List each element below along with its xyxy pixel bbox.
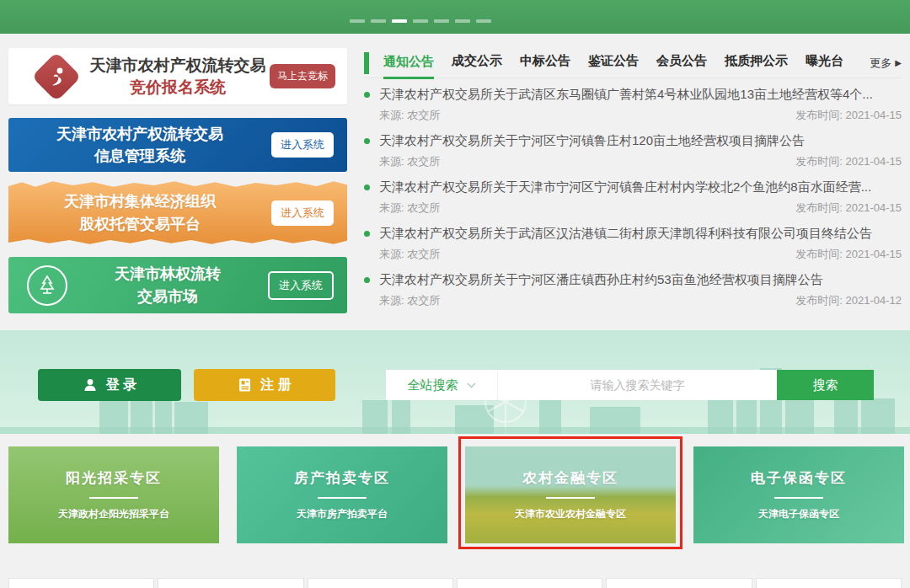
footer-cell[interactable] [308, 578, 453, 588]
search-category-label: 全站搜索 [408, 377, 458, 393]
news-time: 发布时间: 2021-04-15 [795, 108, 902, 123]
enter-equity-system-button[interactable]: 进入系统 [271, 200, 334, 226]
carousel-dot[interactable] [434, 19, 449, 23]
divider [774, 497, 823, 499]
news-link[interactable]: 天津农村产权交易所关于宁河区潘庄镇西孙庄村约53亩鱼池经营权项目摘牌公告 [364, 272, 902, 288]
info-system-title: 天津市农村产权流转交易 信息管理系统 [8, 123, 271, 167]
news-link[interactable]: 天津农村产权交易所关于天津市宁河区宁河镇鲁庄村村内学校北2个鱼池约8亩水面经营.… [364, 179, 902, 195]
news-item: 天津农村产权交易所关于武清区东马圈镇广善村第4号林业队园地13亩土地经营权等4个… [364, 87, 902, 133]
divider [318, 497, 367, 499]
carousel-dot[interactable] [371, 19, 386, 23]
login-label: 登 录 [106, 377, 136, 394]
news-time: 发布时间: 2021-04-15 [795, 247, 902, 262]
news-source: 来源: 农交所 [379, 293, 440, 308]
news-link[interactable]: 天津农村产权交易所关于武清区汉沽港镇二街村原天津凯得利科技有限公司项目终结公告 [364, 226, 902, 242]
news-time: 发布时间: 2021-04-15 [795, 200, 902, 216]
notice-tabbar: 通知公告 成交公示 中标公告 鉴证公告 会员公告 抵质押公示 曝光台 更多 ▶ [364, 48, 902, 78]
news-item: 天津农村产权交易所关于宁河区宁河镇鲁庄村120亩土地经营权项目摘牌公告 来源: … [364, 133, 902, 179]
top-carousel-bar [0, 0, 910, 34]
forest-title-line2: 交易市场 [67, 286, 268, 307]
tree-icon [27, 265, 67, 306]
search-button[interactable]: 搜索 [777, 370, 874, 400]
news-source: 来源: 农交所 [379, 200, 440, 216]
bullet-icon [364, 277, 370, 283]
news-list: 天津农村产权交易所关于武清区东马圈镇广善村第4号林业队园地13亩土地经营权等4个… [364, 87, 902, 318]
info-system-title-line1: 天津市农村产权流转交易 [8, 123, 271, 145]
forest-market-title: 天津市林权流转 交易市场 [67, 263, 268, 307]
tab-accent-bar [364, 52, 369, 74]
news-item: 天津农村产权交易所关于天津市宁河区宁河镇鲁庄村村内学校北2个鱼池约8亩水面经营.… [364, 179, 902, 226]
tab-mortgage-pledge[interactable]: 抵质押公示 [725, 48, 788, 78]
news-time: 发布时间: 2021-04-12 [795, 293, 902, 308]
more-arrow-icon: ▶ [895, 58, 902, 67]
zone-rural-finance[interactable]: 农村金融专区 天津市农业农村金融专区 [465, 446, 676, 543]
bullet-icon [364, 184, 370, 190]
bidding-card-text: 天津市农村产权流转交易 竞价报名系统 [86, 55, 270, 98]
footer-cell[interactable] [158, 578, 303, 588]
tab-notice-announcements[interactable]: 通知公告 [383, 49, 434, 79]
footer-cell[interactable] [756, 578, 902, 588]
login-button[interactable]: 登 录 [38, 369, 181, 401]
more-label: 更多 [870, 56, 891, 71]
divider [546, 497, 595, 499]
search-bar: 全站搜索 搜索 [386, 370, 874, 400]
news-item: 天津农村产权交易所关于宁河区潘庄镇西孙庄村约53亩鱼池经营权项目摘牌公告 来源:… [364, 272, 902, 318]
zone-real-estate-auction[interactable]: 房产拍卖专区 天津市房产拍卖平台 [237, 446, 447, 543]
equity-trusteeship-platform-card[interactable]: 天津市村集体经济组织 股权托管交易平台 进入系统 [8, 179, 347, 246]
enter-info-system-button[interactable]: 进入系统 [271, 132, 334, 158]
news-source: 来源: 农交所 [379, 154, 440, 169]
search-category-select[interactable]: 全站搜索 [386, 370, 497, 400]
search-input[interactable] [497, 370, 777, 400]
news-time: 发布时间: 2021-04-15 [795, 154, 902, 169]
news-item: 天津农村产权交易所关于武清区汉沽港镇二街村原天津凯得利科技有限公司项目终结公告 … [364, 226, 902, 272]
forest-rights-market-card[interactable]: 天津市林权流转 交易市场 进入系统 [8, 257, 347, 313]
tab-exposure[interactable]: 曝光台 [806, 48, 843, 78]
notice-panel: 通知公告 成交公示 中标公告 鉴证公告 会员公告 抵质押公示 曝光台 更多 ▶ … [364, 48, 902, 318]
bidding-card-title: 天津市农村产权流转交易 [86, 55, 270, 77]
login-search-banner: 登 录 注 册 全站搜索 搜索 [0, 330, 910, 434]
more-link[interactable]: 更多 ▶ [870, 56, 902, 71]
equity-title-line2: 股权托管交易平台 [8, 213, 271, 235]
tab-authentication[interactable]: 鉴证公告 [588, 48, 639, 78]
register-card-icon [238, 377, 252, 393]
footer-cell[interactable] [606, 578, 752, 588]
footer-cell[interactable] [8, 578, 154, 588]
chevron-down-icon [467, 382, 476, 388]
register-button[interactable]: 注 册 [194, 369, 335, 401]
carousel-dot[interactable] [350, 19, 365, 23]
footer-cell[interactable] [457, 578, 602, 588]
bidding-card-subtitle: 竞价报名系统 [86, 77, 270, 99]
carousel-dot[interactable] [413, 19, 428, 23]
zone-electronic-guarantee[interactable]: 电子保函专区 天津电子保函专区 [693, 446, 904, 543]
info-management-system-card[interactable]: 天津市农村产权流转交易 信息管理系统 进入系统 [8, 118, 347, 172]
register-label: 注 册 [260, 377, 291, 394]
news-link[interactable]: 天津农村产权交易所关于宁河区宁河镇鲁庄村120亩土地经营权项目摘牌公告 [364, 133, 902, 149]
footer-links-row [8, 578, 902, 588]
divider [89, 497, 138, 499]
info-system-title-line2: 信息管理系统 [8, 145, 271, 167]
enter-forest-market-button[interactable]: 进入系统 [268, 271, 334, 300]
carousel-dot-active[interactable] [392, 19, 407, 23]
go-bid-button[interactable]: 马上去竞标 [270, 64, 335, 88]
bidding-system-card[interactable]: 天津市农村产权流转交易 竞价报名系统 马上去竞标 [8, 48, 347, 104]
user-icon [83, 377, 98, 393]
bullet-icon [364, 138, 370, 144]
carousel-dot[interactable] [476, 19, 491, 23]
equity-platform-title: 天津市村集体经济组织 股权托管交易平台 [8, 190, 271, 234]
tab-deal-publicity[interactable]: 成交公示 [452, 48, 502, 78]
news-link[interactable]: 天津农村产权交易所关于武清区东马圈镇广善村第4号林业队园地13亩土地经营权等4个… [364, 87, 902, 103]
homepage: 天津市农村产权流转交易 竞价报名系统 马上去竞标 天津市农村产权流转交易 信息管… [0, 0, 910, 588]
bullet-icon [364, 231, 370, 237]
news-source: 来源: 农交所 [379, 108, 440, 123]
zone-sunshine-procurement[interactable]: 阳光招采专区 天津政村企阳光招采平台 [8, 446, 219, 543]
tab-member[interactable]: 会员公告 [656, 48, 707, 78]
tab-winning-bid[interactable]: 中标公告 [520, 48, 570, 78]
news-source: 来源: 农交所 [379, 247, 440, 262]
bullet-icon [364, 92, 370, 98]
forest-title-line1: 天津市林权流转 [67, 263, 268, 285]
equity-title-line1: 天津市村集体经济组织 [8, 190, 271, 212]
carousel-dot[interactable] [455, 19, 470, 23]
carousel-indicators [350, 19, 491, 23]
diamond-logo-icon [27, 59, 86, 94]
